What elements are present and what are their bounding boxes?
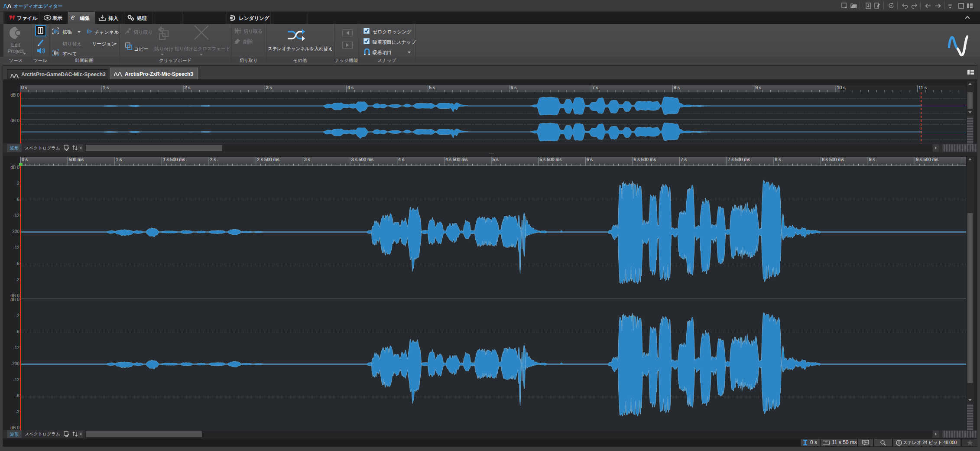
svg-text:4 s: 4 s xyxy=(398,157,404,162)
svg-text:2 s 500 ms: 2 s 500 ms xyxy=(257,157,279,162)
svg-text:7 s 500 ms: 7 s 500 ms xyxy=(728,157,750,162)
svg-text:3 s 500 ms: 3 s 500 ms xyxy=(351,157,373,162)
svg-text:3 s: 3 s xyxy=(304,157,310,162)
svg-text:7 s: 7 s xyxy=(592,85,598,90)
svg-text:1 s: 1 s xyxy=(116,157,122,162)
svg-text:8 s: 8 s xyxy=(775,157,781,162)
svg-text:1 s 500 ms: 1 s 500 ms xyxy=(163,157,185,162)
svg-text:9 s: 9 s xyxy=(869,157,875,162)
svg-text:3 s: 3 s xyxy=(266,85,272,90)
svg-text:4 s 500 ms: 4 s 500 ms xyxy=(445,157,467,162)
svg-text:5 s: 5 s xyxy=(493,157,499,162)
svg-text:8 s 500 ms: 8 s 500 ms xyxy=(822,157,844,162)
svg-text:6 s: 6 s xyxy=(587,157,593,162)
svg-text:7 s: 7 s xyxy=(681,157,687,162)
svg-text:5 s 500 ms: 5 s 500 ms xyxy=(539,157,561,162)
svg-text:10 s: 10 s xyxy=(837,85,846,90)
svg-text:9 s: 9 s xyxy=(755,85,761,90)
svg-text:6 s: 6 s xyxy=(511,85,517,90)
svg-text:8 s: 8 s xyxy=(674,85,680,90)
svg-text:2 s: 2 s xyxy=(185,85,191,90)
svg-text:9 s 500 ms: 9 s 500 ms xyxy=(916,157,938,162)
svg-text:500 ms: 500 ms xyxy=(69,157,84,162)
svg-text:1 s: 1 s xyxy=(103,85,109,90)
svg-text:2 s: 2 s xyxy=(210,157,216,162)
svg-text:11 s: 11 s xyxy=(918,85,927,90)
svg-text:5 s: 5 s xyxy=(429,85,435,90)
svg-text:0 s: 0 s xyxy=(21,85,27,90)
svg-text:0 s: 0 s xyxy=(22,157,28,162)
svg-text:6 s 500 ms: 6 s 500 ms xyxy=(634,157,656,162)
svg-text:4 s: 4 s xyxy=(347,85,354,90)
